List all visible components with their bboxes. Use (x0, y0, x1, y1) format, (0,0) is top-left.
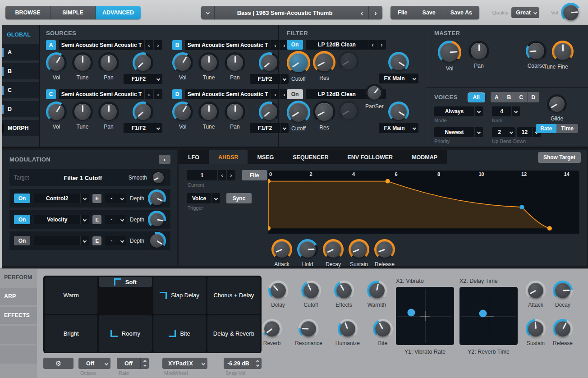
voices-group-a[interactable]: A (491, 92, 503, 102)
env-sustain-knob[interactable]: Sustain (349, 239, 369, 267)
sidebar-item-b[interactable]: B (2, 63, 39, 79)
envelope-graph[interactable]: 02468101214 (268, 170, 580, 234)
source-next-button[interactable]: › (153, 89, 162, 99)
filter2-on-button[interactable]: On (287, 89, 303, 99)
filter-route-select[interactable]: F1/F2 (124, 123, 162, 133)
voices-num-select[interactable]: 4 (492, 106, 520, 116)
source-vol-knob[interactable]: Vol (172, 52, 193, 81)
pad-warm[interactable]: Warm (45, 277, 97, 314)
perf-warmth-knob[interactable]: Warmth (367, 281, 387, 308)
filter-type-prev-button[interactable]: ‹ (368, 40, 377, 50)
tab-simple[interactable]: SIMPLE (51, 6, 96, 19)
save-as-button[interactable]: Save As (443, 6, 479, 19)
perf-cutoff-knob[interactable]: Cutoff (301, 281, 321, 308)
filter2-fx-amount-knob[interactable] (388, 101, 409, 122)
target-value[interactable]: Filter 1 Cutoff (41, 175, 125, 181)
source-prev-button[interactable]: ‹ (271, 89, 280, 99)
source-next-button[interactable]: › (153, 40, 162, 50)
voices-all-button[interactable]: All (468, 92, 485, 102)
sidebar-item-perform[interactable]: PERFORM (0, 274, 37, 281)
voices-group-c[interactable]: C (515, 92, 527, 102)
pad-roomy[interactable]: Roomy (99, 315, 152, 352)
perf-decay-knob[interactable]: Decay (553, 281, 573, 308)
filter-type-next-button[interactable]: › (377, 40, 386, 50)
perf-reverb-knob[interactable]: Reverb (262, 319, 282, 346)
xy-pad-1[interactable] (396, 287, 454, 345)
mod-curve-select[interactable]: - (105, 194, 126, 203)
source-pan-knob[interactable]: Pan (225, 101, 245, 130)
perf-attack-knob[interactable]: Attack (526, 281, 546, 308)
smooth-knob[interactable] (151, 170, 166, 185)
envelope-curve[interactable] (268, 171, 579, 234)
mod-on-button[interactable]: On (14, 236, 30, 245)
source-badge[interactable]: A (46, 40, 56, 50)
fx-route-select[interactable]: FX Main (379, 74, 418, 83)
glide-time-button[interactable]: Time (556, 124, 578, 133)
sidebar-item-a[interactable]: A (2, 44, 39, 60)
preset-prev-button[interactable]: ‹ (355, 6, 369, 19)
tab-mseg[interactable]: MSEG (248, 150, 283, 164)
source-pan-knob[interactable]: Pan (225, 52, 245, 81)
filter1-res-knob[interactable]: Res (313, 51, 335, 81)
source-name[interactable]: Semi Acoustic Semi Acoustic T (59, 89, 144, 99)
quality-select[interactable]: Great (511, 7, 539, 18)
mod-on-button[interactable]: On (14, 194, 30, 203)
pad-delay-reverb[interactable]: Delay & Reverb (207, 315, 260, 352)
xy-pad-2-handle[interactable] (479, 310, 487, 318)
preset-name[interactable]: Bass | 1963 Semi-Acoustic Thumb (215, 6, 355, 19)
top-vol-knob[interactable] (561, 3, 581, 23)
perf-resonance-knob[interactable]: Resonance (295, 319, 322, 346)
octave-select[interactable]: Off (78, 358, 110, 369)
perf-delay-knob[interactable]: Delay (268, 281, 288, 308)
perf-effects-knob[interactable]: Effects (334, 281, 354, 308)
master-vol-knob[interactable]: Vol (438, 41, 461, 72)
mod-source-select[interactable]: Velocity (34, 215, 89, 224)
preset-menu-button[interactable] (201, 6, 215, 19)
source-badge[interactable]: C (46, 89, 56, 99)
perf-sustain-knob[interactable]: Sustain (526, 319, 546, 346)
env-attack-knob[interactable]: Attack (271, 239, 292, 267)
voices-mode-select[interactable]: Always (434, 106, 483, 116)
voices-priority-select[interactable]: Newest (434, 127, 483, 137)
source-vol-knob[interactable]: Vol (46, 101, 67, 130)
sidebar-item-global[interactable]: GLOBAL (2, 30, 39, 44)
tab-sequencer[interactable]: SEQUENCER (283, 150, 338, 164)
source-name[interactable]: Semi Acoustic Semi Acoustic T (59, 40, 144, 50)
perf-bite-knob[interactable]: Bite (373, 319, 393, 346)
source-name[interactable]: Semi Acoustic Semi Acoustic T (185, 89, 271, 99)
envelope-file-button[interactable]: File (242, 170, 267, 180)
trigger-select[interactable]: Voice (187, 193, 220, 203)
source-filter-morph-knob[interactable] (133, 101, 153, 122)
source-badge[interactable]: B (172, 40, 182, 50)
pad-soft[interactable]: Soft (99, 277, 152, 287)
mod-edit-button[interactable]: E (92, 194, 101, 203)
voices-group-b[interactable]: B (503, 92, 515, 102)
filter2-type[interactable]: LP 12dB Clean (306, 89, 368, 99)
source-badge[interactable]: D (172, 89, 182, 99)
pad-slap-delay[interactable]: Slap Delay (153, 277, 206, 314)
source-prev-button[interactable]: ‹ (144, 89, 153, 99)
file-button[interactable]: File (390, 6, 415, 19)
source-name[interactable]: Semi Acoustic Semi Acoustic T (185, 40, 271, 50)
filter1-fx-amount-knob[interactable] (388, 52, 409, 73)
depth-1-knob[interactable] (148, 189, 166, 207)
tab-env-follower[interactable]: ENV FOLLOWER (338, 150, 402, 164)
source-tune-knob[interactable]: Tune (72, 101, 93, 130)
modwheel-select[interactable]: XYPad1X (162, 358, 207, 369)
filter1-drive-knob[interactable] (338, 51, 359, 72)
par-ser-knob[interactable]: Par/Ser (365, 84, 384, 110)
master-pan-knob[interactable]: Pan (469, 41, 489, 69)
source-tune-knob[interactable]: Tune (198, 52, 219, 81)
tab-modmap[interactable]: MODMAP (402, 150, 447, 164)
transform-pad-settings-button[interactable]: ⚙ (43, 358, 74, 369)
tab-lfo[interactable]: LFO (179, 150, 209, 164)
source-prev-button[interactable]: ‹ (271, 40, 280, 50)
show-target-button[interactable]: Show Target (538, 152, 581, 163)
collapse-panel-button[interactable]: ‹ (159, 155, 170, 164)
preset-next-button[interactable]: › (369, 6, 382, 19)
filter2-drive-knob[interactable] (338, 101, 359, 121)
depth-2-knob[interactable] (148, 211, 166, 229)
filter-route-select[interactable]: F1/F2 (124, 74, 162, 84)
sidebar-item-arp[interactable]: ARP (0, 288, 37, 305)
xy-pad-2[interactable] (459, 287, 518, 345)
